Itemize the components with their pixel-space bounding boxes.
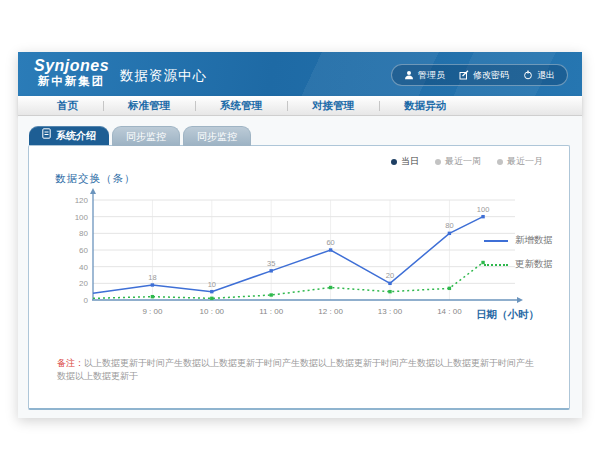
content-area: 系统介绍 同步监控 同步监控 当日 最近一周 xyxy=(18,116,582,418)
app-header: Synjones 新中新集团 数据资源中心 管理员 修改密码 退出 xyxy=(18,52,582,96)
filter-last-week[interactable]: 最近一周 xyxy=(435,155,481,168)
svg-text:9 : 00: 9 : 00 xyxy=(142,307,163,316)
svg-text:13 : 00: 13 : 00 xyxy=(378,307,403,316)
tab-sync-monitor-2[interactable]: 同步监控 xyxy=(183,126,251,146)
legend-item-updated-data: 更新数据 xyxy=(484,258,553,271)
svg-text:60: 60 xyxy=(79,246,88,255)
dotted-line-icon xyxy=(484,264,508,266)
svg-text:40: 40 xyxy=(79,263,88,272)
legend-label: 新增数据 xyxy=(515,234,553,247)
tab-system-intro[interactable]: 系统介绍 xyxy=(29,126,109,145)
logo-text-en: Synjones xyxy=(34,57,109,75)
user-account-button[interactable]: 管理员 xyxy=(404,69,445,82)
svg-text:80: 80 xyxy=(445,221,453,230)
radio-dot-icon xyxy=(435,159,441,165)
app-window: Synjones 新中新集团 数据资源中心 管理员 修改密码 退出 首页 标准管… xyxy=(18,52,582,418)
svg-text:11 : 00: 11 : 00 xyxy=(259,307,283,316)
svg-text:10 : 00: 10 : 00 xyxy=(200,307,225,316)
svg-text:80: 80 xyxy=(79,229,88,238)
svg-text:0: 0 xyxy=(84,296,89,305)
svg-text:60: 60 xyxy=(326,238,334,247)
solid-line-icon xyxy=(484,240,508,242)
user-menu: 管理员 修改密码 退出 xyxy=(391,64,568,86)
company-logo: Synjones 新中新集团 xyxy=(34,57,109,87)
tab-sync-monitor-1[interactable]: 同步监控 xyxy=(112,126,180,146)
footnote-prefix: 备注： xyxy=(57,358,84,368)
svg-text:100: 100 xyxy=(477,205,490,214)
time-range-filters: 当日 最近一周 最近一月 xyxy=(391,155,543,168)
svg-text:14 : 00: 14 : 00 xyxy=(437,307,462,316)
tab-bar: 系统介绍 同步监控 同步监控 xyxy=(29,126,251,146)
y-axis-title: 数据交换（条） xyxy=(55,172,136,186)
filter-today[interactable]: 当日 xyxy=(391,155,419,168)
user-name-label: 管理员 xyxy=(418,69,445,82)
legend-item-new-data: 新增数据 xyxy=(484,234,553,247)
main-nav: 首页 标准管理 系统管理 对接管理 数据异动 xyxy=(18,96,582,116)
tab-label: 同步监控 xyxy=(197,131,237,142)
footnote: 备注：以上数据更新于时间产生数据以上数据更新于时间产生数据以上数据更新于时间产生… xyxy=(57,357,539,382)
filter-label: 最近一月 xyxy=(507,155,543,168)
svg-text:20: 20 xyxy=(386,271,394,280)
footnote-text: 以上数据更新于时间产生数据以上数据更新于时间产生数据以上数据更新于时间产生数据以… xyxy=(57,358,534,381)
filter-label: 最近一周 xyxy=(445,155,481,168)
tab-label: 同步监控 xyxy=(126,131,166,142)
filter-last-month[interactable]: 最近一月 xyxy=(497,155,543,168)
radio-dot-icon xyxy=(391,159,397,165)
svg-text:35: 35 xyxy=(267,259,275,268)
filter-label: 当日 xyxy=(401,155,419,168)
user-icon xyxy=(404,70,414,80)
nav-item-data-change[interactable]: 数据异动 xyxy=(379,99,471,113)
radio-dot-icon xyxy=(497,159,503,165)
x-axis-title: 日期（小时） xyxy=(476,308,539,322)
svg-text:10: 10 xyxy=(208,280,216,289)
svg-text:100: 100 xyxy=(75,213,89,222)
svg-text:18: 18 xyxy=(148,273,156,282)
nav-item-home[interactable]: 首页 xyxy=(32,99,103,113)
logout-button[interactable]: 退出 xyxy=(523,69,555,82)
power-icon xyxy=(523,70,533,80)
svg-text:20: 20 xyxy=(79,279,88,288)
legend-label: 更新数据 xyxy=(515,258,553,271)
svg-text:120: 120 xyxy=(75,196,89,205)
change-password-button[interactable]: 修改密码 xyxy=(459,69,509,82)
nav-item-interface-mgmt[interactable]: 对接管理 xyxy=(287,99,379,113)
nav-item-system-mgmt[interactable]: 系统管理 xyxy=(195,99,287,113)
tab-label: 系统介绍 xyxy=(56,126,96,145)
svg-text:12 : 00: 12 : 00 xyxy=(318,307,343,316)
chart-panel: 当日 最近一周 最近一月 数据交换（条） 0204060801001209 : … xyxy=(28,145,570,410)
chart-legend: 新增数据 更新数据 xyxy=(484,234,553,282)
page-title: 数据资源中心 xyxy=(120,67,207,85)
logout-label: 退出 xyxy=(537,69,555,82)
change-password-label: 修改密码 xyxy=(473,69,509,82)
document-icon xyxy=(42,126,51,145)
edit-icon xyxy=(459,70,469,80)
line-chart: 0204060801001209 : 0010 : 0011 : 0012 : … xyxy=(53,186,525,326)
nav-item-standard-mgmt[interactable]: 标准管理 xyxy=(103,99,195,113)
logo-text-cn: 新中新集团 xyxy=(34,75,109,88)
